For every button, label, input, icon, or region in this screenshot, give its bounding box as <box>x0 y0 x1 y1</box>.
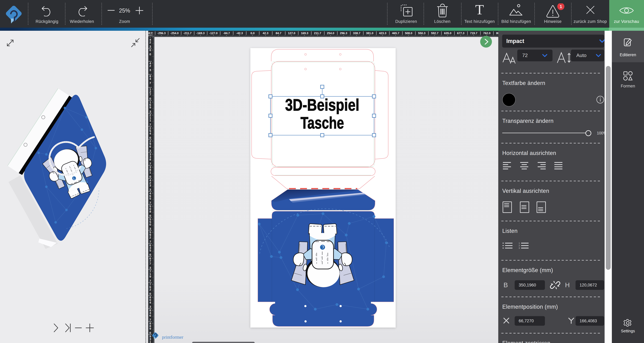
svg-text:-127.0: -127.0 <box>209 32 218 35</box>
svg-text:7: 7 <box>150 82 151 85</box>
svg-text:-211.7: -211.7 <box>184 32 192 35</box>
svg-text:1: 1 <box>560 4 562 9</box>
svg-text:465.7: 465.7 <box>392 32 399 35</box>
svg-text:3: 3 <box>150 110 151 113</box>
svg-text:7: 7 <box>150 201 151 204</box>
svg-text:635.0: 635.0 <box>444 32 452 35</box>
svg-text:296.3: 296.3 <box>340 32 347 35</box>
svg-text:0.0: 0.0 <box>250 32 254 35</box>
svg-text:0: 0 <box>150 214 151 218</box>
svg-text:3: 3 <box>150 305 151 308</box>
svg-text:804.3: 804.3 <box>496 32 498 35</box>
svg-text:3: 3 <box>150 149 151 152</box>
svg-text:-42.3: -42.3 <box>236 32 243 35</box>
svg-text:3: 3 <box>150 227 151 230</box>
svg-text:0: 0 <box>150 253 151 256</box>
svg-text:3: 3 <box>150 68 151 72</box>
svg-text:508.0: 508.0 <box>405 32 412 35</box>
svg-text:3: 3 <box>150 266 151 270</box>
svg-text:3: 3 <box>150 188 151 191</box>
svg-text:7: 7 <box>150 123 151 126</box>
svg-text:-296.3: -296.3 <box>157 32 166 35</box>
svg-text:338.7: 338.7 <box>353 32 360 35</box>
svg-text:7: 7 <box>150 240 151 243</box>
svg-text:0: 0 <box>150 292 151 296</box>
svg-text:254.0: 254.0 <box>327 32 334 35</box>
svg-text:0: 0 <box>150 97 151 100</box>
svg-text:-338.7: -338.7 <box>148 32 152 35</box>
svg-text:-254.0: -254.0 <box>170 32 179 35</box>
svg-text:0: 0 <box>150 136 151 139</box>
svg-text:677.3: 677.3 <box>457 32 464 35</box>
svg-text:7: 7 <box>150 162 151 165</box>
svg-text:-84.7: -84.7 <box>223 32 230 35</box>
svg-text:42.3: 42.3 <box>263 32 268 35</box>
svg-text:0: 0 <box>150 175 151 178</box>
svg-text:7: 7 <box>150 318 151 321</box>
svg-text:7: 7 <box>150 279 151 282</box>
svg-text:762.0: 762.0 <box>483 32 490 35</box>
svg-text:719.7: 719.7 <box>470 32 478 35</box>
svg-text:211.7: 211.7 <box>314 32 321 35</box>
svg-text:592.7: 592.7 <box>431 32 438 35</box>
svg-text:381.0: 381.0 <box>366 32 374 35</box>
svg-text:-169.3: -169.3 <box>196 32 204 35</box>
svg-text:3: 3 <box>150 45 151 48</box>
svg-text:0: 0 <box>150 53 151 56</box>
svg-text:printformer: printformer <box>162 334 183 340</box>
svg-text:169.3: 169.3 <box>301 32 308 35</box>
svg-text:423.3: 423.3 <box>379 32 386 35</box>
svg-text:84.7: 84.7 <box>276 32 282 35</box>
svg-text:127.0: 127.0 <box>288 32 295 35</box>
svg-text:550.3: 550.3 <box>418 32 426 35</box>
